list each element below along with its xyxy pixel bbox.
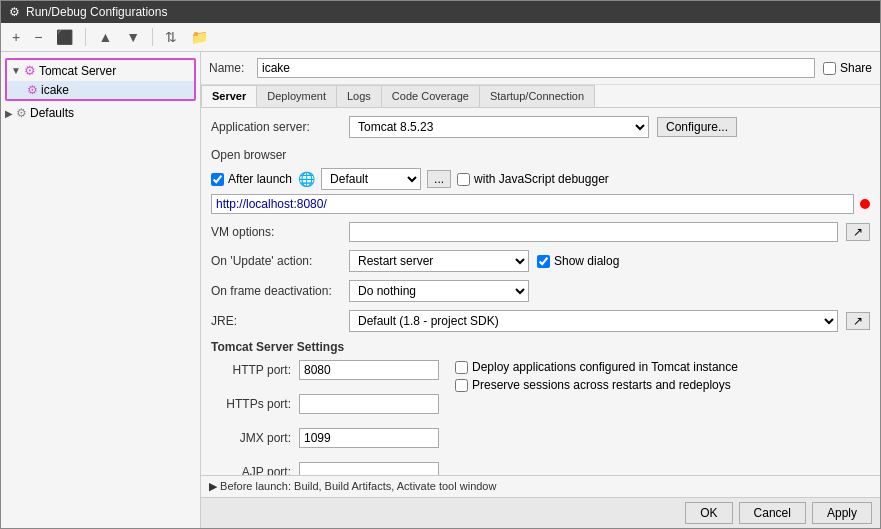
http-port-input[interactable] — [299, 360, 439, 380]
settings-columns: HTTP port: HTTPs port: JMX port: — [211, 360, 870, 475]
main-content: ▼ ⚙ Tomcat Server ⚙ icake ▶ ⚙ Defaults N… — [1, 52, 880, 528]
sidebar: ▼ ⚙ Tomcat Server ⚙ icake ▶ ⚙ Defaults — [1, 52, 201, 528]
defaults-label: Defaults — [30, 106, 74, 120]
frame-deact-select[interactable]: Do nothing — [349, 280, 529, 302]
tomcat-server-group: ▼ ⚙ Tomcat Server ⚙ icake — [5, 58, 196, 101]
url-row — [211, 194, 870, 214]
js-debugger-label[interactable]: with JavaScript debugger — [457, 172, 609, 186]
sort-button[interactable]: ⇅ — [160, 26, 182, 48]
ajp-port-input[interactable] — [299, 462, 439, 475]
url-input[interactable] — [211, 194, 854, 214]
defaults-item[interactable]: ▶ ⚙ Defaults — [1, 103, 200, 123]
deploy-option2-label[interactable]: Preserve sessions across restarts and re… — [455, 378, 738, 392]
tabs-bar: Server Deployment Logs Code Coverage Sta… — [201, 85, 880, 108]
window-title: Run/Debug Configurations — [26, 5, 167, 19]
share-row: Share — [823, 61, 872, 75]
tomcat-settings-title: Tomcat Server Settings — [211, 340, 870, 354]
app-server-label: Application server: — [211, 120, 341, 134]
server-tab-panel: Application server: Tomcat 8.5.23 Config… — [201, 108, 880, 475]
deploy-option2-checkbox[interactable] — [455, 379, 468, 392]
deploy-option2-text: Preserve sessions across restarts and re… — [472, 378, 731, 392]
configure-button[interactable]: Configure... — [657, 117, 737, 137]
update-action-select[interactable]: Restart server — [349, 250, 529, 272]
show-dialog-checkbox[interactable] — [537, 255, 550, 268]
vm-options-input[interactable] — [349, 222, 838, 242]
server-config-icon: ⚙ — [24, 63, 36, 78]
open-browser-section: Open browser After launch 🌐 Default ... — [211, 148, 870, 214]
vm-options-row: VM options: ↗ — [211, 222, 870, 242]
name-input[interactable] — [257, 58, 815, 78]
name-row: Name: Share — [201, 52, 880, 85]
right-panel: Name: Share Server Deployment Logs Code … — [201, 52, 880, 528]
remove-button[interactable]: − — [29, 26, 47, 48]
jre-expand-button[interactable]: ↗ — [846, 312, 870, 330]
deploy-option1-label[interactable]: Deploy applications configured in Tomcat… — [455, 360, 738, 374]
jre-select[interactable]: Default (1.8 - project SDK) — [349, 310, 838, 332]
vm-options-expand-button[interactable]: ↗ — [846, 223, 870, 241]
jmx-port-row: JMX port: — [211, 428, 439, 448]
show-dialog-label: Show dialog — [554, 254, 619, 268]
tab-startup-connection[interactable]: Startup/Connection — [479, 85, 595, 107]
title-bar: ⚙ Run/Debug Configurations — [1, 1, 880, 23]
tomcat-server-label: Tomcat Server — [39, 64, 116, 78]
move-up-button[interactable]: ▲ — [93, 26, 117, 48]
defaults-expand-icon: ▶ — [5, 108, 13, 119]
after-launch-label: After launch — [228, 172, 292, 186]
tomcat-server-header[interactable]: ▼ ⚙ Tomcat Server — [7, 60, 194, 81]
icake-item[interactable]: ⚙ icake — [7, 81, 194, 99]
icake-icon: ⚙ — [27, 83, 38, 97]
js-debugger-text: with JavaScript debugger — [474, 172, 609, 186]
icake-label: icake — [41, 83, 69, 97]
https-port-row: HTTPs port: — [211, 394, 439, 414]
deploy-option1-checkbox[interactable] — [455, 361, 468, 374]
cursor-indicator — [860, 199, 870, 209]
app-server-select[interactable]: Tomcat 8.5.23 — [349, 116, 649, 138]
browser-row: After launch 🌐 Default ... with JavaScri… — [211, 168, 870, 190]
tab-deployment[interactable]: Deployment — [256, 85, 337, 107]
http-port-label: HTTP port: — [211, 363, 291, 377]
separator-1 — [85, 28, 86, 46]
footer-text: ▶ Before launch: Build, Build Artifacts,… — [209, 480, 496, 493]
deploy-option1-text: Deploy applications configured in Tomcat… — [472, 360, 738, 374]
tab-logs[interactable]: Logs — [336, 85, 382, 107]
deploy-options-column: Deploy applications configured in Tomcat… — [455, 360, 738, 475]
update-action-row: On 'Update' action: Restart server Show … — [211, 250, 870, 272]
move-down-button[interactable]: ▼ — [121, 26, 145, 48]
ports-column: HTTP port: HTTPs port: JMX port: — [211, 360, 439, 475]
update-action-label: On 'Update' action: — [211, 254, 341, 268]
bottom-buttons: OK Cancel Apply — [201, 497, 880, 528]
name-label: Name: — [209, 61, 249, 75]
toolbar: + − ⬛ ▲ ▼ ⇅ 📁 — [1, 23, 880, 52]
folder-button[interactable]: 📁 — [186, 26, 213, 48]
expand-arrow-icon: ▼ — [11, 65, 21, 76]
after-launch-checkbox[interactable] — [211, 173, 224, 186]
browser-select[interactable]: Default — [321, 168, 421, 190]
open-browser-title: Open browser — [211, 148, 870, 162]
js-debugger-checkbox[interactable] — [457, 173, 470, 186]
frame-deact-row: On frame deactivation: Do nothing — [211, 280, 870, 302]
apply-button[interactable]: Apply — [812, 502, 872, 524]
frame-deact-label: On frame deactivation: — [211, 284, 341, 298]
tab-code-coverage[interactable]: Code Coverage — [381, 85, 480, 107]
browser-ellipsis-button[interactable]: ... — [427, 170, 451, 188]
tab-server[interactable]: Server — [201, 85, 257, 107]
jmx-port-label: JMX port: — [211, 431, 291, 445]
copy-button[interactable]: ⬛ — [51, 26, 78, 48]
https-port-input[interactable] — [299, 394, 439, 414]
show-dialog-row: Show dialog — [537, 254, 619, 268]
app-server-row: Application server: Tomcat 8.5.23 Config… — [211, 116, 870, 138]
jre-label: JRE: — [211, 314, 341, 328]
cancel-button[interactable]: Cancel — [739, 502, 806, 524]
https-port-label: HTTPs port: — [211, 397, 291, 411]
ajp-port-label: AJP port: — [211, 465, 291, 475]
ok-button[interactable]: OK — [685, 502, 732, 524]
http-port-row: HTTP port: — [211, 360, 439, 380]
after-launch-checkbox-label[interactable]: After launch — [211, 172, 292, 186]
chrome-icon: 🌐 — [298, 171, 315, 187]
add-button[interactable]: + — [7, 26, 25, 48]
ajp-port-row: AJP port: — [211, 462, 439, 475]
window-icon: ⚙ — [9, 5, 20, 19]
share-checkbox[interactable] — [823, 62, 836, 75]
defaults-icon: ⚙ — [16, 106, 27, 120]
jmx-port-input[interactable] — [299, 428, 439, 448]
